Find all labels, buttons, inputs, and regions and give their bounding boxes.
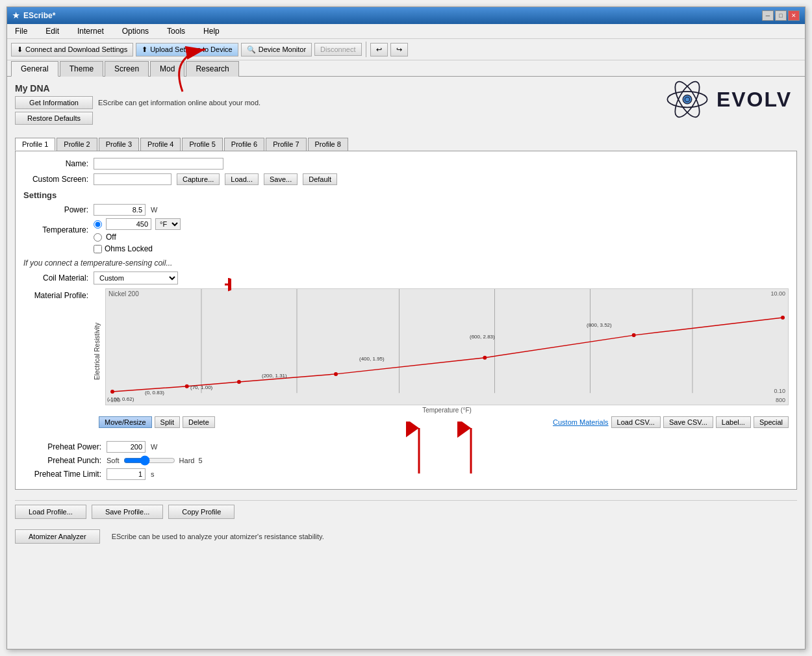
settings-title: Settings <box>23 190 789 200</box>
preheat-power-input[interactable] <box>107 441 146 453</box>
profile-tab-7[interactable]: Profile 7 <box>266 138 306 151</box>
temp-unit-select[interactable]: °F °C <box>155 218 181 230</box>
split-button[interactable]: Split <box>155 416 180 428</box>
close-button[interactable]: ✕ <box>788 10 800 21</box>
profile-tab-6[interactable]: Profile 6 <box>224 138 264 151</box>
get-info-text: EScribe can get information online about… <box>98 99 260 107</box>
profile-tab-8[interactable]: Profile 8 <box>308 138 348 151</box>
ohms-locked-label: Ohms Locked <box>105 244 153 253</box>
svg-text:(0, 0.83): (0, 0.83) <box>145 390 164 396</box>
x-min-label: -100 <box>108 397 120 403</box>
toolbar-separator <box>366 42 366 57</box>
preheat-punch-slider[interactable] <box>123 455 175 466</box>
ohms-locked-row: Ohms Locked <box>94 244 789 253</box>
profile-tab-2[interactable]: Profile 2 <box>57 138 97 151</box>
preheat-punch-row: Preheat Punch: Soft Hard 5 <box>23 455 789 466</box>
connect-icon: ⬇ <box>17 45 23 54</box>
profile-tab-1[interactable]: Profile 1 <box>15 138 55 151</box>
title-bar: ★ EScribe* ─ □ ✕ <box>7 7 805 24</box>
profile-tab-4[interactable]: Profile 4 <box>140 138 181 151</box>
tab-mod[interactable]: Mod <box>150 61 184 77</box>
connect-label: Connect and Download Settings <box>25 45 127 53</box>
redo-button[interactable]: ↪ <box>390 43 408 57</box>
evolv-logo: EVOLV <box>665 77 792 122</box>
svg-point-18 <box>334 372 338 376</box>
power-input[interactable] <box>94 204 146 216</box>
save-csv-button[interactable]: Save CSV... <box>663 416 713 428</box>
ohms-locked-checkbox[interactable] <box>94 245 102 253</box>
atomizer-info-text: EScribe can be used to analyze your atom… <box>112 533 324 540</box>
coil-material-row: Coil Material: Custom Nickel 200 Titaniu… <box>23 271 789 284</box>
svg-point-7 <box>685 97 689 102</box>
menu-file[interactable]: File <box>11 25 31 37</box>
upload-icon: ⬆ <box>142 45 147 54</box>
temp-off-radio[interactable] <box>94 233 102 242</box>
tab-general[interactable]: General <box>11 61 58 77</box>
custom-screen-label: Custom Screen: <box>23 175 88 184</box>
name-input[interactable] <box>94 158 223 170</box>
chart-with-axis: Electrical Resistivity Nickel 200 10.00 … <box>94 288 789 414</box>
coil-material-select[interactable]: Custom Nickel 200 Titanium Stainless Ste… <box>94 271 178 284</box>
undo-button[interactable]: ↩ <box>370 43 388 57</box>
get-information-button[interactable]: Get Information <box>15 96 93 109</box>
monitor-label: Device Monitor <box>259 45 306 53</box>
load-button[interactable]: Load... <box>225 173 259 185</box>
chart-buttons: Move/Resize Split Delete Custom Material… <box>23 416 789 428</box>
temp-on-radio[interactable] <box>94 220 102 229</box>
temp-off-row: Off <box>94 233 181 242</box>
svg-text:(800, 3.52): (800, 3.52) <box>587 322 612 328</box>
save-button[interactable]: Save... <box>264 173 298 185</box>
save-profile-button[interactable]: Save Profile... <box>92 505 163 519</box>
chart-x-label: Temperature (°F) <box>105 407 789 414</box>
load-profile-button[interactable]: Load Profile... <box>15 505 86 519</box>
capture-button[interactable]: Capture... <box>177 173 220 185</box>
chart-box[interactable]: Nickel 200 10.00 0.10 <box>105 288 789 405</box>
connect-download-button[interactable]: ⬇ Connect and Download Settings <box>11 43 133 57</box>
preheat-time-input[interactable] <box>107 468 146 480</box>
chart-y-label: Electrical Resistivity <box>94 288 104 414</box>
content-area: EVOLV My DNA Get Information EScribe can… <box>7 77 805 649</box>
chart-svg: (-100, 0.62) (0, 0.83) (70, 1.00) (200, … <box>106 289 788 405</box>
default-button[interactable]: Default <box>303 173 337 185</box>
menu-help[interactable]: Help <box>199 25 223 37</box>
tab-research[interactable]: Research <box>186 61 238 77</box>
temp-on-row: °F °C <box>94 218 181 230</box>
load-csv-button[interactable]: Load CSV... <box>611 416 661 428</box>
delete-button[interactable]: Delete <box>183 416 215 428</box>
minimize-button[interactable]: ─ <box>762 10 774 21</box>
tab-theme[interactable]: Theme <box>60 61 103 77</box>
tab-screen[interactable]: Screen <box>105 61 149 77</box>
app-title: EScribe* <box>23 11 55 20</box>
device-monitor-button[interactable]: 🔍 Device Monitor <box>241 43 312 57</box>
preheat-power-label: Preheat Power: <box>23 442 101 451</box>
custom-screen-input[interactable] <box>94 173 171 185</box>
atomizer-analyzer-button[interactable]: Atomizer Analyzer <box>15 529 100 544</box>
menu-options[interactable]: Options <box>118 25 153 37</box>
material-profile-label: Material Profile: <box>23 288 88 300</box>
temp-value-input[interactable] <box>106 218 151 230</box>
disconnect-button[interactable]: Disconnect <box>314 43 361 56</box>
move-resize-button[interactable]: Move/Resize <box>99 416 152 428</box>
preheat-punch-soft-label: Soft <box>107 457 120 464</box>
copy-profile-button[interactable]: Copy Profile <box>168 505 235 519</box>
chart-wrapper: Electrical Resistivity Nickel 200 10.00 … <box>94 288 789 414</box>
profile-tab-5[interactable]: Profile 5 <box>182 138 222 151</box>
maximize-button[interactable]: □ <box>775 10 787 21</box>
menu-internet[interactable]: Internet <box>73 25 108 37</box>
coil-section: If you connect a temperature-sensing coi… <box>23 259 789 428</box>
disconnect-label: Disconnect <box>320 45 355 53</box>
custom-materials-link[interactable]: Custom Materials <box>553 418 609 426</box>
svg-point-21 <box>781 316 785 320</box>
evolv-atom-icon <box>665 77 710 122</box>
menu-edit[interactable]: Edit <box>42 25 63 37</box>
profile-tab-3[interactable]: Profile 3 <box>99 138 139 151</box>
preheat-time-label: Preheat Time Limit: <box>23 470 101 479</box>
menu-tools[interactable]: Tools <box>163 25 189 37</box>
name-label: Name: <box>23 159 88 168</box>
svg-text:(400, 1.95): (400, 1.95) <box>359 356 385 362</box>
label-button[interactable]: Label... <box>716 416 751 428</box>
upload-label: Upload Settings to Device <box>150 45 233 53</box>
upload-settings-button[interactable]: ⬆ Upload Settings to Device <box>136 43 238 57</box>
restore-defaults-button[interactable]: Restore Defaults <box>15 112 93 125</box>
special-button[interactable]: Special <box>754 416 789 428</box>
